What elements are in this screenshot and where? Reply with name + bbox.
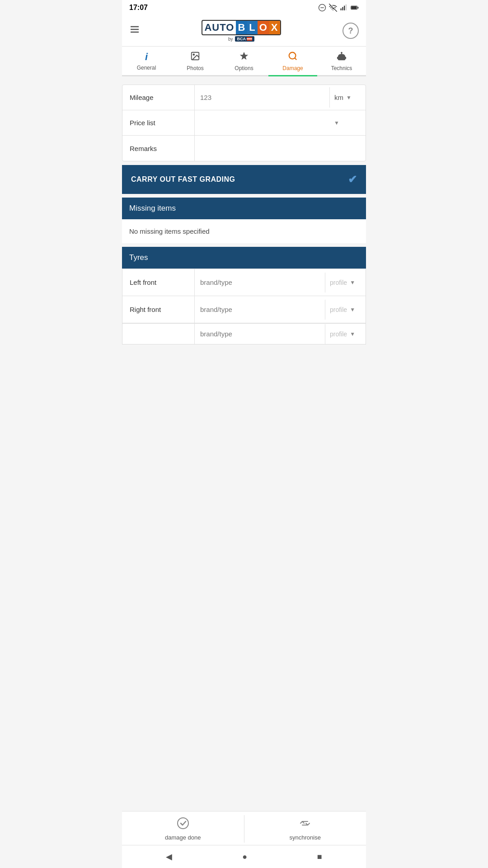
price-list-select[interactable]: ▼ — [329, 113, 366, 132]
mileage-unit-select[interactable]: km ▼ — [329, 87, 366, 108]
price-list-input[interactable] — [195, 113, 329, 133]
svg-rect-3 — [342, 7, 343, 11]
partial-tyre-label — [122, 324, 195, 344]
bca-text: BCA — [237, 37, 246, 41]
svg-point-13 — [193, 54, 194, 55]
svg-rect-2 — [341, 9, 342, 11]
status-time: 17:07 — [129, 4, 148, 12]
main-content: Mileage km ▼ Price list ▼ Remarks — [122, 76, 366, 403]
tyres-title: Tyres — [129, 253, 148, 262]
tyre-row-left-front: Left front profile ▼ — [122, 269, 366, 296]
remarks-label: Remarks — [122, 136, 195, 161]
right-front-profile-select[interactable]: profile ▼ — [325, 300, 366, 320]
by-text: by — [228, 37, 233, 42]
bca-badge: BCA — [235, 36, 255, 42]
left-front-label: Left front — [122, 269, 195, 296]
missing-items-content: No missing items specified — [122, 219, 366, 243]
price-list-row: Price list ▼ — [122, 110, 366, 136]
technics-label: Technics — [331, 65, 352, 71]
chevron-down-icon: ▼ — [334, 120, 339, 126]
missing-items-header: Missing items — [122, 198, 366, 219]
logo-by-bca: by BCA — [228, 36, 254, 42]
mileage-row: Mileage km ▼ — [122, 85, 366, 110]
general-icon: i — [145, 51, 148, 63]
logo-b: B — [236, 21, 247, 34]
options-label: Options — [235, 65, 253, 71]
partial-tyre-input-wrap: profile ▼ — [195, 324, 366, 344]
signal-icon — [340, 4, 348, 12]
remarks-input-wrap — [195, 136, 366, 161]
technics-icon — [337, 51, 347, 63]
right-front-label: Right front — [122, 296, 195, 323]
chevron-down-icon: ▼ — [350, 279, 355, 286]
left-front-input-wrap: profile ▼ — [195, 269, 366, 296]
wifi-icon — [329, 4, 337, 12]
fast-grading-button[interactable]: CARRY OUT FAST GRADING ✔ — [122, 165, 366, 194]
app-logo: AUTO B L O X — [202, 20, 281, 35]
remarks-input[interactable] — [195, 138, 366, 159]
logo-l: L — [247, 21, 257, 34]
general-label: General — [137, 65, 156, 71]
tab-photos[interactable]: Photos — [171, 47, 220, 76]
svg-rect-8 — [351, 6, 357, 9]
logo-x: X — [269, 21, 280, 34]
app-header: AUTO B L O X by BCA ? — [122, 15, 366, 47]
left-front-profile-select[interactable]: profile ▼ — [325, 273, 366, 292]
status-icons — [318, 4, 359, 12]
remarks-row: Remarks — [122, 136, 366, 161]
menu-button[interactable] — [129, 24, 140, 38]
checkmark-icon: ✔ — [348, 173, 357, 186]
mileage-input-wrap: km ▼ — [195, 85, 366, 110]
missing-items-title: Missing items — [129, 204, 176, 212]
partial-profile-label: profile — [330, 330, 347, 338]
fast-grading-label: CARRY OUT FAST GRADING — [131, 175, 235, 184]
photos-label: Photos — [187, 65, 203, 71]
left-front-profile-label: profile — [330, 279, 347, 286]
status-bar: 17:07 — [122, 0, 366, 15]
svg-line-16 — [295, 58, 296, 60]
price-list-label: Price list — [122, 110, 195, 135]
help-button[interactable]: ? — [343, 23, 359, 39]
chevron-down-icon: ▼ — [346, 94, 352, 101]
battery-icon — [351, 4, 359, 12]
chevron-down-icon: ▼ — [350, 331, 355, 337]
tyre-row-partial: profile ▼ — [122, 323, 366, 344]
partial-profile-select[interactable]: profile ▼ — [325, 324, 366, 344]
tab-damage[interactable]: Damage — [268, 47, 317, 76]
svg-point-15 — [289, 52, 296, 59]
logo-o: O — [258, 21, 269, 34]
tyres-header: Tyres — [122, 247, 366, 269]
damage-label: Damage — [282, 65, 303, 71]
tyre-row-right-front: Right front profile ▼ — [122, 296, 366, 323]
right-front-profile-label: profile — [330, 306, 347, 313]
logo-container: AUTO B L O X by BCA — [202, 20, 281, 42]
svg-rect-7 — [357, 7, 358, 9]
mileage-input[interactable] — [195, 87, 329, 108]
right-front-brand-input[interactable] — [195, 299, 325, 320]
right-front-input-wrap: profile ▼ — [195, 296, 366, 323]
tab-options[interactable]: Options — [220, 47, 268, 76]
left-front-brand-input[interactable] — [195, 272, 325, 292]
tab-general[interactable]: i General — [122, 47, 171, 76]
no-missing-items-text: No missing items specified — [129, 227, 210, 235]
svg-rect-5 — [346, 5, 347, 11]
form-section-general: Mileage km ▼ Price list ▼ Remarks — [122, 85, 366, 161]
mileage-label: Mileage — [122, 85, 195, 110]
tab-technics[interactable]: Technics — [317, 47, 366, 76]
tyres-section: Left front profile ▼ Right front profile… — [122, 269, 366, 344]
options-icon — [239, 51, 249, 63]
chevron-down-icon: ▼ — [350, 307, 355, 313]
logo-auto: AUTO — [202, 21, 236, 34]
price-list-input-wrap: ▼ — [195, 110, 366, 135]
nav-tabs: i General Photos Options Damage — [122, 47, 366, 76]
damage-icon — [288, 51, 298, 63]
svg-marker-14 — [240, 52, 248, 60]
svg-rect-4 — [344, 6, 345, 11]
mileage-unit-label: km — [334, 94, 343, 101]
photos-icon — [190, 51, 200, 63]
dnd-icon — [318, 4, 326, 12]
bca-stripe — [247, 37, 252, 41]
partial-brand-input[interactable] — [195, 324, 325, 344]
